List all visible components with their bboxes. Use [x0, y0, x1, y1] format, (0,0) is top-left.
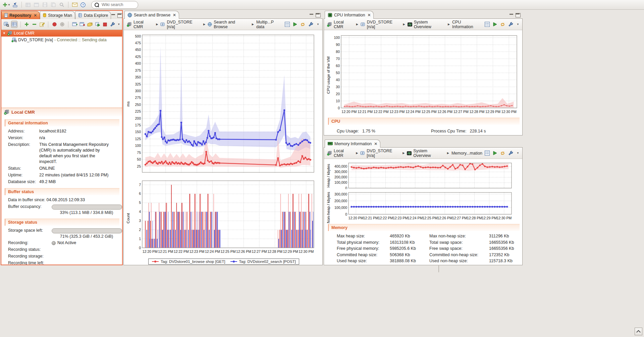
stop-recording-button[interactable]	[59, 21, 65, 28]
breadcrumb-arrow-icon: ▶	[252, 23, 254, 26]
chevron-down-icon[interactable]: ▼	[517, 23, 519, 26]
expander-icon[interactable]: ▼	[3, 32, 6, 35]
wrench-icon[interactable]	[508, 22, 513, 27]
maximize-view-button[interactable]	[516, 13, 521, 17]
save-button-disabled	[41, 1, 49, 8]
tab-cpu-information[interactable]: CPU Information ✕	[325, 11, 374, 19]
svg-text:70: 70	[336, 57, 340, 61]
svg-text:12:25 PM: 12:25 PM	[423, 216, 438, 220]
tab-repository[interactable]: Repository ✕	[1, 11, 40, 19]
refresh-icon[interactable]	[500, 151, 505, 156]
minimize-view-button[interactable]	[111, 14, 115, 17]
maximize-view-button[interactable]	[117, 13, 122, 18]
svg-text:400,000: 400,000	[334, 164, 347, 168]
minimize-view-button[interactable]	[509, 13, 514, 17]
svg-text:J: J	[13, 38, 15, 41]
remove-cmr-button[interactable]	[31, 21, 38, 28]
breadcrumb-local-cmr[interactable]: Local CMR	[127, 20, 154, 29]
help-icon: ?	[80, 2, 86, 7]
sash-handle[interactable]	[438, 265, 439, 272]
svg-text:12:22 PM: 12:22 PM	[378, 216, 393, 220]
breadcrumb-current[interactable]: CPU Information	[452, 20, 482, 29]
wiki-search-input[interactable]	[101, 2, 132, 7]
tab-data-explorer[interactable]: Data Explore	[75, 11, 111, 19]
breadcrumb-agent[interactable]: J DVD_STORE [n/a]	[360, 149, 400, 158]
svg-text:50: 50	[137, 157, 141, 161]
breadcrumb-system-overview[interactable]: System Overview	[407, 149, 444, 158]
breadcrumb-agent[interactable]: J DVD_STORE [n/a]	[160, 20, 201, 29]
svg-text:12:21 PM: 12:21 PM	[358, 110, 373, 114]
tab-memory-information[interactable]: Memory Information ✕	[325, 139, 380, 148]
breadcrumb-current[interactable]: Multip...P data	[256, 20, 282, 29]
chevron-down-icon[interactable]: ▼	[317, 23, 319, 26]
detail-row: Database size:49.2 MiB	[1, 178, 122, 185]
close-icon[interactable]: ✕	[173, 13, 176, 17]
breadcrumb-local-cmr[interactable]: Local CMR	[327, 20, 354, 29]
svg-text:0: 0	[139, 246, 141, 250]
svg-text:80: 80	[336, 50, 340, 54]
chevron-down-icon[interactable]: ▼	[517, 152, 519, 155]
svg-text:12:30 PM: 12:30 PM	[501, 110, 517, 114]
repository-view-icon	[4, 13, 8, 17]
start-button[interactable]	[94, 21, 101, 28]
main-toolbar: ▼ ?	[0, 0, 644, 10]
svg-text:5: 5	[139, 201, 141, 205]
import-button[interactable]	[11, 1, 19, 8]
create-storage-button[interactable]	[71, 21, 78, 28]
tab-search-and-browse[interactable]: Search and Browse ✕	[124, 11, 179, 19]
label-button[interactable]	[87, 21, 93, 28]
refresh-icon[interactable]	[500, 22, 505, 27]
agent-status: - Connected :: Sending data	[54, 38, 107, 42]
breadcrumb-current[interactable]: Memory...mation	[451, 151, 482, 156]
wrench-icon[interactable]	[508, 151, 513, 156]
memory-section-header: Memory	[328, 224, 520, 231]
tree-item-local-cmr[interactable]: ▼ Local CMR	[1, 30, 122, 37]
settings-button[interactable]	[110, 21, 116, 28]
play-icon[interactable]	[493, 151, 497, 155]
stop-button[interactable]	[102, 21, 108, 28]
breadcrumb-search-browse[interactable]: Search and Browse	[208, 20, 250, 29]
svg-text:12:25 PM: 12:25 PM	[221, 249, 236, 254]
help-button[interactable]: ?	[79, 1, 87, 8]
svg-text:12:22 PM: 12:22 PM	[374, 110, 389, 114]
preferences-icon[interactable]	[485, 22, 490, 27]
breadcrumb-agent[interactable]: J DVD_STORE [n/a]	[361, 20, 401, 29]
close-storage-button[interactable]	[79, 21, 86, 28]
play-window-icon	[95, 22, 100, 26]
new-button[interactable]: ▼	[3, 1, 10, 8]
svg-text:J: J	[162, 23, 163, 25]
minimize-view-button[interactable]	[309, 13, 314, 17]
play-icon[interactable]	[293, 22, 297, 26]
play-icon[interactable]	[493, 22, 497, 26]
buffer-occupancy-bar	[52, 205, 122, 210]
y-axis-label-count: Count	[126, 213, 130, 223]
mail-button[interactable]	[71, 1, 78, 8]
show-properties-button[interactable]	[11, 21, 17, 28]
restore-minimized-view-button[interactable]	[635, 328, 642, 335]
tree-item-agent[interactable]: J DVD_STORE [n/a] - Connected :: Sending…	[1, 37, 122, 43]
server-icon	[7, 31, 12, 36]
wrench-icon[interactable]	[308, 22, 313, 27]
maximize-view-button[interactable]	[316, 13, 321, 17]
window-plus-icon	[72, 22, 77, 26]
svg-text:1: 1	[139, 237, 141, 241]
tab-storage-manager[interactable]: Storage Man	[40, 11, 75, 19]
edit-button[interactable]	[39, 21, 45, 28]
svg-text:225: 225	[135, 109, 141, 113]
edit-note-icon	[40, 22, 45, 27]
svg-text:12:29 PM: 12:29 PM	[485, 110, 500, 114]
breadcrumb-local-cmr[interactable]: Local CMR	[327, 149, 354, 158]
svg-text:12:27 PM: 12:27 PM	[452, 216, 467, 220]
breadcrumb-system-overview[interactable]: System Overview	[408, 20, 445, 29]
close-icon[interactable]: ✕	[374, 142, 377, 146]
add-cmr-button[interactable]	[23, 21, 30, 28]
chevron-up-icon	[636, 330, 641, 334]
close-icon[interactable]: ✕	[367, 13, 371, 17]
agent-overview-button[interactable]: J	[3, 21, 10, 28]
preferences-icon[interactable]	[285, 22, 290, 27]
detail-row: Version:n/a	[1, 134, 122, 141]
start-recording-button[interactable]	[51, 21, 58, 28]
refresh-icon[interactable]	[300, 22, 305, 27]
close-icon[interactable]: ✕	[34, 13, 37, 18]
preferences-icon[interactable]	[485, 151, 490, 156]
